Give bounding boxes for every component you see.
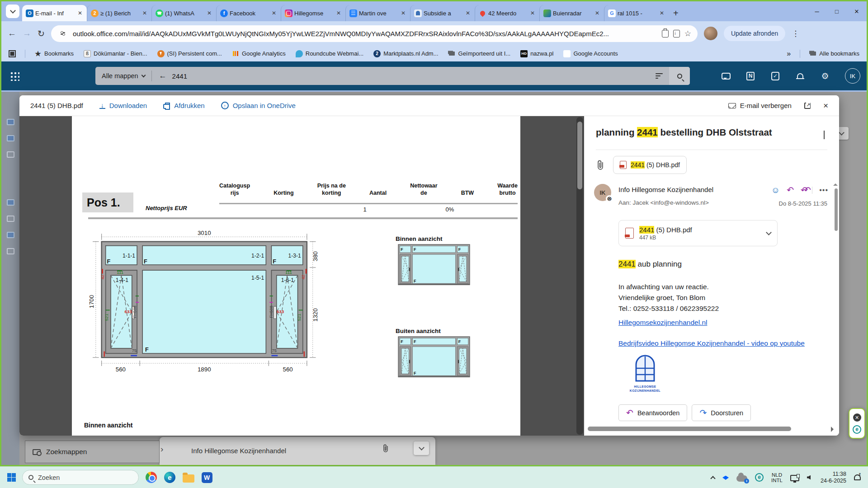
bookmark-item[interactable]: Google Analytics — [232, 50, 286, 57]
chat-icon[interactable] — [722, 73, 731, 80]
bookmark-item[interactable]: nazwa.pl — [520, 50, 553, 57]
taskbar-clock[interactable]: 11:38 24-6-2025 — [821, 471, 846, 484]
profile-avatar[interactable] — [704, 27, 717, 40]
browser-tab[interactable]: (1) WhatsA ✕ — [151, 5, 216, 21]
tray-expand-icon[interactable] — [710, 476, 715, 481]
explorer-taskbar-icon[interactable] — [182, 471, 194, 483]
update-chrome-button[interactable]: Update afronden — [724, 26, 785, 41]
start-button[interactable] — [7, 473, 16, 482]
bookmark-item[interactable]: Roundcube Webmai... — [296, 50, 363, 57]
website-link[interactable]: Hillegomsekozijnenhandel.nl — [618, 319, 707, 327]
thread-expander-icon[interactable]: › — [160, 444, 163, 454]
bookmark-item[interactable]: Geïmporteerd uit I... — [448, 50, 511, 57]
widget-close-icon[interactable]: ✕ — [853, 413, 861, 422]
tab-close-icon[interactable]: ✕ — [77, 10, 83, 16]
notifications-bell-icon[interactable] — [797, 73, 803, 79]
reply-icon[interactable]: ↶ — [787, 185, 794, 195]
onedrive-cloud-icon[interactable] — [7, 232, 14, 238]
scroll-right-arrow[interactable] — [831, 427, 836, 432]
close-preview-icon[interactable]: × — [823, 101, 828, 111]
download-button[interactable]: ↓ Downloaden — [99, 102, 147, 109]
pane-scrollbar-thumb[interactable] — [835, 188, 838, 231]
network-icon[interactable] — [790, 475, 799, 481]
people-icon[interactable] — [7, 151, 14, 158]
search-submit[interactable] — [669, 67, 690, 85]
reply-button[interactable]: ↶ Beantwoorden — [618, 404, 687, 421]
attachment-chip[interactable]: 2441 (5) DHB.pdf — [613, 156, 687, 174]
dropbox-icon[interactable] — [722, 476, 729, 482]
bookmark-item[interactable]: Marktplaats.nl Adm... — [373, 50, 438, 57]
browser-tab[interactable]: ≥ (1) Berich ✕ — [87, 5, 151, 21]
minimize-button[interactable]: ─ — [807, 8, 827, 15]
print-button[interactable]: Afdrukken — [163, 102, 205, 109]
account-avatar[interactable]: IK — [845, 68, 860, 84]
browser-menu-icon[interactable]: ⋮ — [792, 29, 799, 38]
popout-icon[interactable] — [804, 103, 811, 109]
browser-tab[interactable]: ral 1015 - ✕ — [604, 5, 669, 21]
reload-button[interactable]: ↻ — [38, 28, 45, 39]
save-onedrive-button[interactable]: ↑ Opslaan in OneDrive — [221, 102, 296, 109]
thread-collapse-chip[interactable] — [414, 441, 429, 455]
maximize-button[interactable]: □ — [827, 8, 847, 15]
tasks-icon[interactable] — [7, 199, 14, 206]
search-scope-dropdown[interactable]: Alle mappen — [95, 67, 151, 85]
bookmarks-overflow-icon[interactable]: » — [787, 50, 791, 58]
volume-icon[interactable] — [807, 475, 811, 480]
search-query[interactable]: 2441 — [172, 72, 649, 80]
edge-taskbar-icon[interactable]: e — [164, 471, 176, 483]
cloud-status-icon[interactable] — [736, 475, 747, 482]
site-info-icon[interactable] — [57, 30, 68, 37]
copy-icon[interactable] — [662, 30, 669, 38]
bookmark-item[interactable]: (SI) Persistent com... — [157, 50, 222, 57]
browser-tab[interactable]: Hillegomse ✕ — [281, 5, 345, 21]
eset-tray-icon[interactable]: e — [755, 473, 764, 482]
settings-gear-icon[interactable]: ⚙ — [820, 71, 830, 81]
chevron-down-icon[interactable] — [766, 230, 772, 235]
sender-avatar[interactable]: IK ⊗ — [594, 184, 611, 201]
language-indicator[interactable]: NLD INTL — [771, 472, 783, 483]
horizontal-scrollbar-thumb[interactable] — [588, 427, 791, 431]
bookmark-star-icon[interactable]: ☆ — [684, 29, 691, 38]
collapse-subject-button[interactable] — [824, 131, 825, 138]
browser-tab[interactable]: Martin ove ✕ — [345, 5, 410, 21]
calendar-icon[interactable] — [7, 135, 14, 141]
forward-button[interactable]: → — [23, 28, 31, 38]
apps-grid-icon[interactable] — [9, 50, 16, 57]
youtube-video-link[interactable]: Bedrijfsvideo Hillegomse Kozijnenhandel … — [618, 339, 805, 347]
sender-name[interactable]: Info Hillegomse Kozijnenhandel — [618, 186, 713, 193]
hide-email-button[interactable]: E-mail verbergen — [728, 102, 792, 109]
browser-tab[interactable]: 42 Meerdo ✕ — [475, 5, 539, 21]
search-back-icon[interactable]: ← — [152, 71, 172, 80]
tab-close-icon[interactable]: ✕ — [594, 10, 600, 16]
browser-tab[interactable]: Facebook ✕ — [216, 5, 281, 21]
todo-icon[interactable]: ✓ — [771, 72, 779, 80]
tab-search-button[interactable] — [6, 5, 19, 18]
close-button[interactable]: ✕ — [847, 8, 867, 15]
apps-icon[interactable] — [7, 248, 14, 254]
tab-close-icon[interactable]: ✕ — [659, 10, 665, 16]
org-icon[interactable] — [7, 216, 14, 222]
scroll-up-arrow[interactable] — [833, 181, 838, 186]
bookmark-item[interactable]: Google Accounts — [563, 50, 618, 57]
tab-close-icon[interactable]: ✕ — [400, 10, 406, 16]
forward-button[interactable]: ↷ Doorsturen — [692, 404, 751, 421]
new-tab-button[interactable]: + — [673, 8, 679, 19]
bookmark-item[interactable]: Bookmarks — [34, 50, 74, 57]
reaction-smiley-icon[interactable]: ☺ — [771, 185, 780, 195]
more-actions-icon[interactable]: ••• — [819, 186, 828, 194]
bookmark-item[interactable]: Dökümanlar - Bien... — [84, 50, 147, 57]
onenote-icon[interactable]: N — [746, 72, 755, 80]
word-taskbar-icon[interactable]: W — [201, 471, 213, 483]
url-text[interactable]: outlook.office.com/mail/id/AAQkADUxMGVkM… — [73, 30, 657, 38]
app-launcher-icon[interactable] — [9, 71, 19, 81]
mail-icon[interactable] — [7, 119, 14, 125]
filter-icon[interactable] — [649, 73, 669, 79]
chrome-taskbar-icon[interactable] — [145, 471, 157, 483]
all-bookmarks-button[interactable]: Alle bookmarks — [809, 50, 859, 57]
tab-close-icon[interactable]: ✕ — [271, 10, 277, 16]
browser-tab[interactable]: Buienradar ✕ — [539, 5, 604, 21]
reply-all-icon[interactable]: ↶↶ — [801, 185, 805, 195]
eset-icon[interactable]: e — [853, 425, 861, 434]
attachment-card[interactable]: 2441 (5) DHB.pdf 447 kB — [618, 220, 778, 246]
zoekmappen-button[interactable]: Zoekmappen — [25, 441, 160, 463]
